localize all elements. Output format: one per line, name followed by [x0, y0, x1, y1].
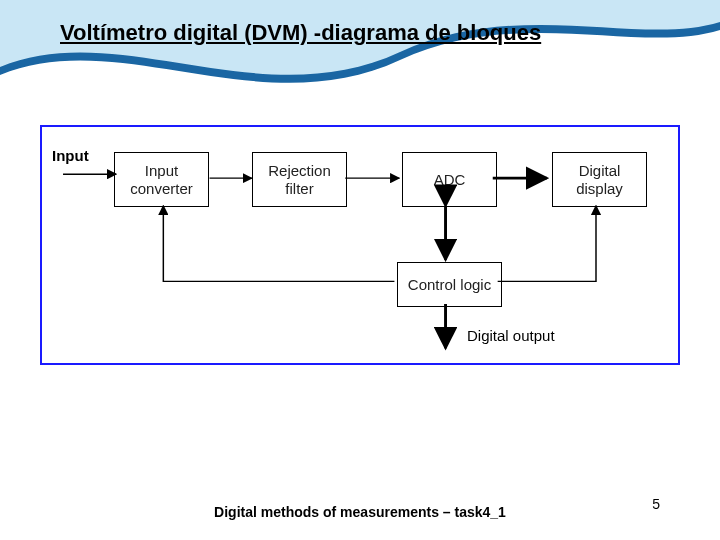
- footer-text: Digital methods of measurements – task4_…: [214, 504, 506, 520]
- header-wave: [0, 0, 720, 110]
- diagram-connectors: [42, 127, 678, 363]
- diagram-frame: Input Digital output Input converter Rej…: [40, 125, 680, 365]
- slide-title: Voltímetro digital (DVM) -diagrama de bl…: [60, 20, 541, 46]
- block-diagram: Input Digital output Input converter Rej…: [42, 127, 678, 363]
- page-number: 5: [652, 496, 660, 512]
